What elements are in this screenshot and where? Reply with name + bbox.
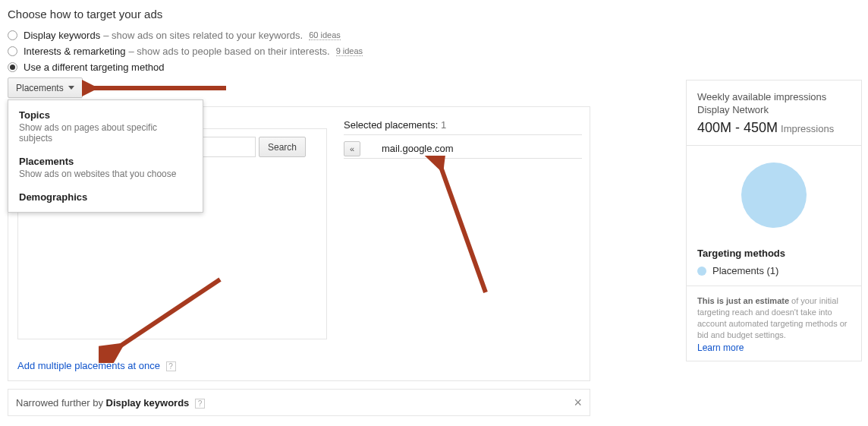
menu-desc: Show ads on websites that you choose bbox=[19, 169, 192, 179]
radio-unchecked-icon bbox=[8, 30, 17, 40]
option-desc: – show ads to people based on their inte… bbox=[128, 46, 329, 57]
page-header: Choose how to target your ads bbox=[8, 8, 860, 21]
help-icon[interactable]: ? bbox=[166, 361, 176, 371]
targeting-method-menu: Topics Show ads on pages about specific … bbox=[8, 99, 203, 213]
option-desc: – show ads on sites related to your keyw… bbox=[103, 30, 303, 41]
close-icon[interactable]: × bbox=[574, 395, 582, 411]
menu-item-topics[interactable]: Topics Show ads on pages about specific … bbox=[8, 103, 203, 150]
sidebar-title: Weekly available impressions bbox=[697, 91, 851, 103]
menu-item-placements[interactable]: Placements Show ads on websites that you… bbox=[8, 150, 203, 185]
radio-checked-icon bbox=[8, 62, 17, 72]
selected-placements-header: Selected placements: 1 bbox=[344, 119, 446, 131]
menu-title: Demographics bbox=[19, 191, 192, 203]
targeting-method-item: Placements (1) bbox=[697, 265, 851, 276]
add-multiple-placements-link[interactable]: Add multiple placements at once ? bbox=[17, 360, 176, 371]
targeting-methods-title: Targeting methods bbox=[697, 248, 851, 259]
estimate-disclaimer: This is just an estimate of your initial… bbox=[697, 295, 851, 341]
option-label: Display keywords bbox=[24, 30, 100, 41]
divider bbox=[687, 145, 861, 146]
radio-unchecked-icon bbox=[8, 46, 17, 56]
menu-desc: Show ads on pages about specific subject… bbox=[19, 122, 192, 144]
option-display-keywords[interactable]: Display keywords – show ads on sites rel… bbox=[8, 30, 860, 41]
idea-count-badge: 9 ideas bbox=[336, 46, 363, 56]
option-label: Use a different targeting method bbox=[24, 62, 165, 73]
targeting-method-label: Placements (1) bbox=[712, 265, 778, 276]
impressions-sidebar: Weekly available impressions Display Net… bbox=[686, 80, 862, 361]
sidebar-network: Display Network bbox=[697, 104, 851, 115]
narrowed-criteria-bar[interactable]: Narrowed further by Display keywords ? × bbox=[8, 389, 590, 416]
divider bbox=[344, 134, 582, 135]
remove-placement-button[interactable]: « bbox=[344, 141, 360, 156]
menu-title: Placements bbox=[19, 156, 192, 167]
add-link-text: Add multiple placements at once bbox=[17, 360, 160, 371]
selected-placement-row: « mail.google.com bbox=[344, 139, 582, 159]
menu-item-demographics[interactable]: Demographics bbox=[8, 185, 203, 209]
pie-chart-icon bbox=[741, 163, 807, 228]
option-interests[interactable]: Interests & remarketing – show ads to pe… bbox=[8, 46, 860, 57]
idea-count-badge: 60 ideas bbox=[309, 30, 341, 40]
divider bbox=[687, 286, 861, 286]
chevron-down-icon bbox=[68, 86, 74, 90]
learn-more-link[interactable]: Learn more bbox=[697, 342, 851, 353]
dropdown-label: Placements bbox=[16, 83, 64, 93]
option-label: Interests & remarketing bbox=[24, 46, 125, 57]
legend-dot-icon bbox=[697, 267, 706, 276]
menu-title: Topics bbox=[19, 109, 192, 121]
narrowed-text: Narrowed further by Display keywords ? bbox=[16, 397, 205, 409]
selected-placement-text: mail.google.com bbox=[382, 143, 454, 154]
option-different-method[interactable]: Use a different targeting method bbox=[8, 62, 860, 73]
impressions-range: 400M - 450MImpressions bbox=[697, 120, 851, 136]
targeting-method-dropdown[interactable]: Placements bbox=[8, 77, 83, 98]
search-button[interactable]: Search bbox=[259, 137, 306, 157]
help-icon[interactable]: ? bbox=[195, 399, 205, 409]
